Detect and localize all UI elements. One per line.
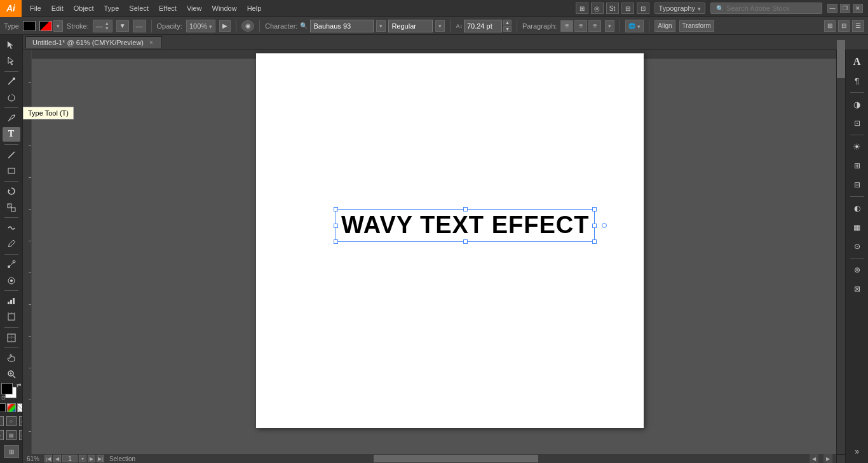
align-center-btn[interactable]: ≡: [574, 20, 587, 32]
gradient-swatch[interactable]: [7, 403, 16, 412]
expand-icon[interactable]: »: [848, 443, 866, 460]
menu-window[interactable]: Window: [208, 3, 241, 13]
none-color-swatch[interactable]: [0, 403, 6, 412]
language-dropdown[interactable]: 🌐: [625, 20, 644, 32]
pen-tool[interactable]: [3, 111, 20, 125]
stroke-options-btn[interactable]: ▼: [116, 20, 129, 32]
menu-select[interactable]: Select: [125, 3, 153, 13]
menu-view[interactable]: View: [182, 3, 207, 13]
close-button[interactable]: ✕: [853, 4, 863, 13]
panel-grid-icon[interactable]: ⊞: [576, 3, 588, 14]
font-style-dropdown[interactable]: [435, 20, 445, 32]
font-size-up[interactable]: ▲: [503, 20, 512, 25]
last-page-btn[interactable]: ▶|: [97, 455, 104, 462]
handle-bl[interactable]: [334, 239, 338, 244]
blend-tool[interactable]: [3, 257, 20, 272]
h-scroll-left[interactable]: ◀: [810, 454, 818, 463]
page-dropdown[interactable]: ▾: [79, 455, 86, 462]
pattern-swatch[interactable]: [17, 403, 24, 412]
font-style-field[interactable]: [388, 20, 433, 32]
menu-edit[interactable]: Edit: [47, 3, 68, 13]
character-search-icon[interactable]: 🔍: [300, 22, 308, 29]
canvas-tab-close[interactable]: ×: [147, 39, 155, 46]
handle-tc[interactable]: [463, 207, 468, 211]
align-btn[interactable]: Align: [654, 20, 675, 32]
brushes-panel-icon[interactable]: ⊙: [848, 238, 866, 255]
panel-menu-btn[interactable]: ☰: [852, 20, 864, 32]
canvas-tab[interactable]: Untitled-1* @ 61% (CMYK/Preview) ×: [25, 36, 162, 48]
font-name-field[interactable]: [310, 20, 374, 32]
direct-selection-tool[interactable]: [3, 53, 20, 68]
character-panel-btn[interactable]: A: [848, 53, 866, 70]
handle-br[interactable]: [592, 239, 597, 244]
stroke-dropdown[interactable]: [53, 20, 63, 32]
graph-tool[interactable]: [3, 293, 20, 308]
handle-bc[interactable]: [463, 239, 468, 244]
opacity-dropdown[interactable]: 100%: [186, 20, 215, 32]
broadcast-icon[interactable]: ◎: [591, 3, 604, 14]
page-input[interactable]: [62, 455, 78, 462]
slice-tool[interactable]: [3, 330, 20, 345]
swatches-panel-icon[interactable]: ▦: [848, 218, 866, 236]
more-paragraph-btn[interactable]: [605, 20, 614, 32]
panel-right-btn[interactable]: ⊞: [824, 20, 836, 32]
text-element[interactable]: WAVY TEXT EFFECT: [336, 209, 595, 242]
adobe-stock-icon[interactable]: St: [606, 3, 619, 14]
menu-object[interactable]: Object: [69, 3, 98, 13]
restore-button[interactable]: ❐: [840, 4, 850, 13]
warp-tool[interactable]: [3, 220, 20, 235]
artboard-tool[interactable]: [3, 310, 20, 325]
menu-help[interactable]: Help: [243, 3, 266, 13]
handle-tl[interactable]: [334, 207, 338, 211]
paragraph-panel-btn[interactable]: ¶: [848, 72, 866, 90]
menu-effect[interactable]: Effect: [154, 3, 181, 13]
align-right-btn[interactable]: ≡: [588, 20, 601, 32]
view-mode-1[interactable]: ▷: [0, 430, 4, 440]
stroke-value-dropdown[interactable]: — ▲ ▼: [93, 20, 112, 32]
first-page-btn[interactable]: |◀: [44, 455, 52, 462]
layers-panel-btn[interactable]: ⊞: [4, 445, 19, 458]
opacity-btn[interactable]: ▶: [219, 20, 231, 32]
selection-tool[interactable]: [3, 37, 20, 52]
hand-tool[interactable]: [3, 351, 20, 365]
transform-btn[interactable]: Transform: [679, 20, 714, 32]
view-mode-2[interactable]: ▤: [6, 430, 17, 440]
handle-tr[interactable]: [592, 207, 597, 211]
h-scrollbar-thumb[interactable]: [374, 455, 538, 462]
handle-ml[interactable]: [334, 224, 338, 228]
menu-type[interactable]: Type: [100, 3, 124, 13]
workspace-selector[interactable]: Typography: [654, 3, 705, 14]
search-bar[interactable]: 🔍: [710, 3, 822, 14]
default-colors-icon[interactable]: ⊡: [1, 395, 6, 401]
h-scroll-right[interactable]: ▶: [824, 454, 832, 463]
stroke-swatch[interactable]: [39, 21, 52, 31]
next-page-btn[interactable]: ▶: [88, 455, 95, 462]
lasso-tool[interactable]: [3, 90, 20, 105]
layers-panel-icon[interactable]: ⊞: [848, 157, 866, 175]
font-size-field[interactable]: [464, 20, 502, 32]
minimize-button[interactable]: —: [827, 4, 837, 13]
rotate-tool[interactable]: [3, 184, 20, 199]
color-panel-icon[interactable]: ◐: [848, 199, 866, 217]
fill-color-mode-btn[interactable]: □: [0, 416, 4, 426]
appearance-panel-btn[interactable]: ◑: [848, 95, 866, 113]
font-size-down[interactable]: ▼: [503, 26, 512, 32]
zoom-tool[interactable]: [3, 367, 20, 382]
v-scroll-thumb[interactable]: [837, 40, 845, 78]
variable-width-dropdown[interactable]: —: [133, 20, 146, 32]
symbols-panel-icon[interactable]: ⊛: [848, 261, 866, 279]
menu-file[interactable]: File: [25, 3, 46, 13]
workspace-icon[interactable]: ⊡: [637, 3, 649, 14]
line-tool[interactable]: [3, 147, 20, 162]
prev-page-btn[interactable]: ◀: [53, 455, 61, 462]
align-left-btn[interactable]: ≡: [560, 20, 573, 32]
type-tool[interactable]: T: [3, 127, 20, 142]
panel-expand-collapse[interactable]: »: [848, 443, 866, 460]
graphic-styles-btn[interactable]: ⊡: [848, 114, 866, 132]
rectangle-tool[interactable]: [3, 163, 20, 178]
mode-circle-btn[interactable]: ◉: [241, 20, 254, 32]
panel-bottom-icon[interactable]: ⊠: [848, 280, 866, 298]
scale-tool[interactable]: [3, 200, 20, 215]
sun-icon[interactable]: ☀: [848, 138, 866, 156]
swap-colors-icon[interactable]: ⇄: [17, 382, 22, 388]
